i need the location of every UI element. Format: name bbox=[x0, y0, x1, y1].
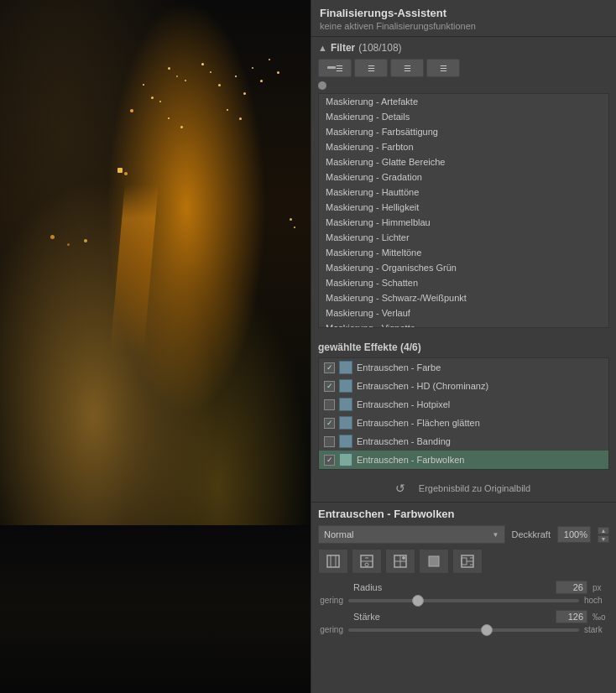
radius-section: Radius px gering hoch bbox=[318, 581, 609, 605]
effect-icon-flaechen bbox=[339, 416, 352, 430]
filter-item-helligkeit[interactable]: Maskierung - Helligkeit bbox=[319, 200, 608, 215]
bottom-section: Entrauschen - Farbwolken Normal ▼ Deckkr… bbox=[311, 502, 616, 693]
staerke-input[interactable] bbox=[556, 610, 587, 623]
filter-item-farbsaettigung[interactable]: Maskierung - Farbsättigung bbox=[319, 124, 608, 139]
effect-banding[interactable]: Entrauschen - Banding bbox=[319, 432, 608, 451]
mode-row: Normal ▼ Deckkraft ▲ ▼ bbox=[318, 525, 609, 544]
filter-item-schatten[interactable]: Maskierung - Schatten bbox=[319, 275, 608, 290]
filter-item-verlauf[interactable]: Maskierung - Verlauf bbox=[319, 305, 608, 320]
filter-item-glatte[interactable]: Maskierung - Glatte Bereiche bbox=[319, 154, 608, 169]
mode-dropdown[interactable]: Normal ▼ bbox=[318, 525, 505, 544]
effect-label-flaechen: Entrauschen - Flächen glätten bbox=[357, 418, 480, 428]
filter-item-schwarzweiss[interactable]: Maskierung - Schwarz-/Weißpunkt bbox=[319, 290, 608, 305]
opacity-down-button[interactable]: ▼ bbox=[598, 535, 609, 543]
compare-icon: ↺ bbox=[392, 482, 409, 495]
filter-item-artefakte[interactable]: Maskierung - Artefakte bbox=[319, 94, 608, 109]
filter-item-vignette[interactable]: Maskierung - Vignette bbox=[319, 320, 608, 328]
opacity-label: Deckkraft bbox=[512, 529, 551, 539]
effect-icon-banding bbox=[339, 435, 352, 448]
effect-farbe[interactable]: Entrauschen - Farbe bbox=[319, 358, 608, 377]
effect-label-banding: Entrauschen - Banding bbox=[357, 436, 451, 446]
building-lights bbox=[0, 0, 311, 693]
effect-checkbox-flaechen[interactable] bbox=[324, 418, 335, 429]
assistant-title: Finalisierungs-Assistent bbox=[320, 7, 608, 19]
filter-btn-4[interactable]: ☰ bbox=[426, 59, 460, 77]
staerke-unit: ‰o bbox=[593, 612, 609, 622]
tool-icon-4 bbox=[426, 554, 441, 569]
filter-item-hauttone[interactable]: Maskierung - Hauttöne bbox=[319, 185, 608, 200]
effect-checkbox-hd[interactable] bbox=[324, 381, 335, 392]
effect-icon-farbe bbox=[339, 361, 352, 374]
effect-icon-hotpixel bbox=[339, 398, 352, 411]
radius-name-row: Radius px bbox=[318, 581, 609, 594]
filter-header: ▲ Filter (108/108) bbox=[318, 42, 609, 54]
tool-icon-2 bbox=[359, 554, 374, 569]
opacity-up-button[interactable]: ▲ bbox=[598, 527, 609, 534]
filter-item-details[interactable]: Maskierung - Details bbox=[319, 109, 608, 124]
compare-button[interactable]: Ergebnisbild zu Originalbild bbox=[414, 482, 535, 495]
tool-btn-4[interactable] bbox=[419, 549, 449, 574]
right-panel: Finalisierungs-Assistent keine aktiven F… bbox=[311, 0, 616, 693]
dropdown-arrow-icon: ▼ bbox=[493, 531, 499, 539]
filter-item-farbton[interactable]: Maskierung - Farbton bbox=[319, 139, 608, 154]
staerke-right-label: stark bbox=[584, 625, 609, 634]
effect-checkbox-banding[interactable] bbox=[324, 436, 335, 447]
effect-checkbox-farbe[interactable] bbox=[324, 362, 335, 373]
filter-search-row bbox=[318, 81, 609, 90]
effect-hd[interactable]: Entrauschen - HD (Chrominanz) bbox=[319, 377, 608, 395]
radius-right-label: hoch bbox=[584, 596, 609, 605]
effect-label-hd: Entrauschen - HD (Chrominanz) bbox=[357, 381, 488, 391]
radius-slider-track[interactable] bbox=[348, 599, 579, 602]
staerke-left-label: gering bbox=[318, 625, 343, 634]
filter-count: (108/108) bbox=[358, 42, 401, 54]
staerke-slider-track[interactable] bbox=[348, 628, 579, 632]
photo-panel bbox=[0, 0, 311, 693]
effects-section: gewählte Effekte (4/6) Entrauschen - Far… bbox=[311, 336, 616, 475]
filter-btn-1[interactable]: ☰ bbox=[318, 59, 352, 77]
effect-farbwolken[interactable]: Entrauschen - Farbwolken bbox=[319, 451, 608, 469]
mode-value: Normal bbox=[324, 529, 353, 539]
filter-title: Filter bbox=[331, 42, 355, 54]
effects-header: gewählte Effekte (4/6) bbox=[318, 341, 609, 353]
filter-item-himmelblau[interactable]: Maskierung - Himmelblau bbox=[319, 215, 608, 230]
tool-btn-1[interactable] bbox=[318, 549, 348, 574]
staerke-slider-row: gering stark bbox=[318, 625, 609, 634]
tool-btn-2[interactable] bbox=[352, 549, 382, 574]
search-indicator bbox=[318, 81, 326, 90]
filter-item-lichter[interactable]: Maskierung - Lichter bbox=[319, 230, 608, 245]
tool-icon-5 bbox=[460, 554, 475, 569]
radius-unit: px bbox=[593, 583, 609, 592]
effect-hotpixel[interactable]: Entrauschen - Hotpixel bbox=[319, 395, 608, 414]
svg-point-5 bbox=[365, 563, 368, 566]
filter-btn-2[interactable]: ☰ bbox=[354, 59, 388, 77]
filter-item-organisches[interactable]: Maskierung - Organisches Grün bbox=[319, 260, 608, 275]
radius-label: Radius bbox=[353, 582, 551, 592]
tool-btn-3[interactable] bbox=[385, 549, 415, 574]
filter-item-mitteltoene[interactable]: Maskierung - Mitteltöne bbox=[319, 245, 608, 260]
filter-section: ▲ Filter (108/108) ☰ ☰ ☰ ☰ Maskierung - … bbox=[311, 37, 616, 333]
opacity-input[interactable] bbox=[557, 526, 591, 543]
staerke-slider-thumb[interactable] bbox=[481, 624, 493, 636]
staerke-name-row: Stärke ‰o bbox=[318, 610, 609, 623]
filter-list[interactable]: Maskierung - Artefakte Maskierung - Deta… bbox=[318, 93, 609, 328]
svg-point-10 bbox=[402, 556, 405, 560]
filter-collapse-arrow[interactable]: ▲ bbox=[318, 43, 327, 53]
bottom-title: Entrauschen - Farbwolken bbox=[318, 508, 609, 520]
opacity-spinners: ▲ ▼ bbox=[598, 527, 609, 543]
filter-item-gradation[interactable]: Maskierung - Gradation bbox=[319, 169, 608, 185]
svg-rect-16 bbox=[462, 558, 467, 565]
svg-rect-11 bbox=[429, 556, 439, 566]
assistant-subtitle: keine aktiven Finalisierungsfunktionen bbox=[320, 21, 608, 31]
radius-slider-thumb[interactable] bbox=[412, 595, 424, 607]
compare-row: ↺ Ergebnisbild zu Originalbild bbox=[311, 475, 616, 502]
tool-icon-1 bbox=[326, 554, 341, 569]
filter-btn-3[interactable]: ☰ bbox=[390, 59, 424, 77]
effect-checkbox-farbwolken[interactable] bbox=[324, 455, 335, 466]
tool-btn-5[interactable] bbox=[452, 549, 483, 574]
effect-label-hotpixel: Entrauschen - Hotpixel bbox=[357, 399, 450, 409]
radius-input[interactable] bbox=[556, 581, 587, 594]
effect-checkbox-hotpixel[interactable] bbox=[324, 399, 335, 410]
effect-flaechen[interactable]: Entrauschen - Flächen glätten bbox=[319, 414, 608, 432]
svg-rect-0 bbox=[327, 555, 339, 567]
staerke-label: Stärke bbox=[353, 612, 551, 622]
